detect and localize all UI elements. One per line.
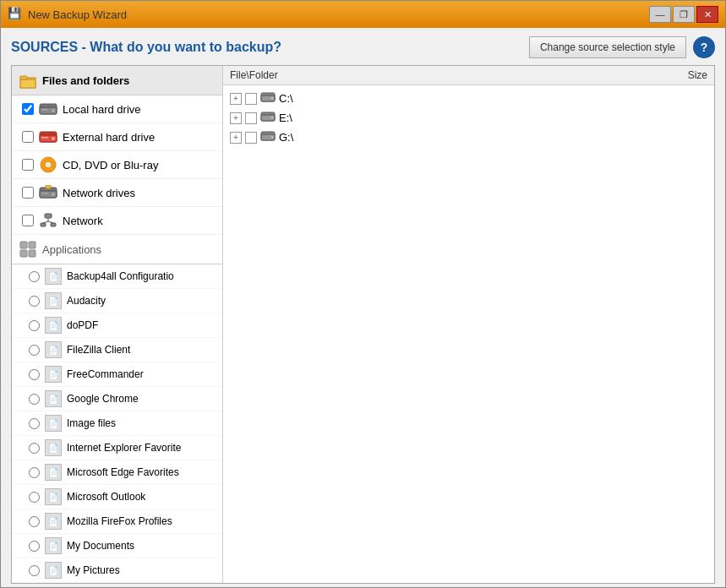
drive-c-label: C:\ [279,92,293,105]
expand-g-icon[interactable]: + [230,132,242,144]
svg-rect-19 [45,214,52,218]
source-cd-dvd[interactable]: CD, DVD or Blu-ray [12,151,222,179]
content-area: SOURCES - What do you want to backup? Ch… [1,28,725,588]
file-list[interactable]: + C:\ + [223,85,714,583]
app-filezilla[interactable]: 📄 FileZilla Client [12,338,222,362]
firefox-label: Mozilla FireFox Profiles [67,515,172,527]
header-row: SOURCES - What do you want to backup? Ch… [11,36,715,58]
svg-rect-17 [41,193,48,194]
dopdf-radio[interactable] [29,320,40,331]
edge-favs-radio[interactable] [29,467,40,478]
drive-e-checkbox[interactable] [245,112,257,124]
svg-line-24 [48,221,53,223]
filezilla-label: FileZilla Client [67,344,130,356]
app-chrome[interactable]: 📄 Google Chrome [12,387,222,411]
main-window: 💾 New Backup Wizard — ❐ ✕ SOURCES - What… [0,0,726,588]
cd-dvd-icon [39,155,57,174]
ie-favs-radio[interactable] [29,443,40,454]
drive-c-checkbox[interactable] [245,93,257,105]
firefox-radio[interactable] [29,516,40,527]
network-checkbox[interactable] [22,215,34,226]
title-bar: 💾 New Backup Wizard — ❐ ✕ [1,1,725,28]
source-network-drives[interactable]: Network drives [12,179,222,207]
svg-point-5 [52,109,55,112]
external-hdd-checkbox[interactable] [22,131,34,143]
svg-point-9 [52,137,55,140]
chrome-radio[interactable] [29,394,40,405]
app-audacity[interactable]: 📄 Audacity [12,289,222,313]
app-mypics[interactable]: 📄 My Pictures [12,558,222,583]
network-icon [39,211,57,230]
app-backup4all[interactable]: 📄 Backup4all Configuratio [12,264,222,289]
window-title: New Backup Wizard [28,8,127,21]
firefox-icon: 📄 [45,513,62,530]
freecommander-radio[interactable] [29,369,40,380]
mydocs-radio[interactable] [29,541,40,552]
source-network[interactable]: Network [12,207,222,235]
svg-point-34 [271,117,274,119]
applications-icon [19,240,37,259]
help-button[interactable]: ? [693,36,715,58]
imagefiles-icon: 📄 [45,415,62,432]
app-mydocs[interactable]: 📄 My Documents [12,534,222,558]
col-size-header: Size [657,69,707,81]
edge-favs-icon: 📄 [45,464,62,481]
filezilla-icon: 📄 [45,341,62,358]
left-panel: Files and folders [12,66,223,583]
cd-dvd-checkbox[interactable] [22,159,34,171]
network-drives-icon [39,183,57,202]
app-icon: 💾 [8,7,23,22]
svg-point-37 [271,136,274,139]
app-freecommander[interactable]: 📄 FreeCommander [12,362,222,387]
svg-rect-1 [20,79,35,88]
local-hdd-checkbox[interactable] [22,103,34,115]
app-outlook[interactable]: 📄 Microsoft Outlook [12,485,222,509]
files-folders-label: Files and folders [42,74,129,87]
backup4all-label: Backup4all Configuratio [67,270,174,282]
svg-rect-10 [41,137,48,139]
expand-c-icon[interactable]: + [230,93,242,105]
source-external-hdd[interactable]: External hard drive [12,123,222,151]
change-style-button[interactable]: Change source selection style [529,36,686,58]
filezilla-radio[interactable] [29,345,40,356]
chrome-label: Google Chrome [67,393,139,405]
outlook-radio[interactable] [29,492,40,503]
svg-rect-6 [41,109,48,111]
drive-e-icon [260,111,276,125]
close-button[interactable]: ✕ [696,6,718,23]
backup4all-radio[interactable] [29,271,40,282]
app-edge-favs[interactable]: 📄 Microsoft Edge Favorites [12,460,222,485]
restore-button[interactable]: ❐ [673,6,695,23]
left-scroll[interactable]: Files and folders [12,66,222,583]
outlook-icon: 📄 [45,488,62,505]
svg-point-16 [52,193,55,196]
expand-e-icon[interactable]: + [230,112,242,124]
app-imagefiles[interactable]: 📄 Image files [12,411,222,436]
chrome-icon: 📄 [45,390,62,407]
header-right: Change source selection style ? [529,36,715,58]
imagefiles-radio[interactable] [29,418,40,429]
drive-e[interactable]: + E:\ [223,108,714,128]
svg-point-31 [271,97,274,100]
drive-g[interactable]: + G:\ [223,128,714,147]
local-hdd-label: Local hard drive [63,103,141,116]
app-dopdf[interactable]: 📄 doPDF [12,313,222,338]
mypics-icon: 📄 [45,562,62,579]
audacity-radio[interactable] [29,296,40,307]
app-firefox[interactable]: 📄 Mozilla FireFox Profiles [12,509,222,534]
drive-g-checkbox[interactable] [245,132,257,144]
mypics-label: My Pictures [67,564,120,576]
network-drives-label: Network drives [63,187,135,199]
svg-point-13 [47,164,50,166]
app-ie-favs[interactable]: 📄 Internet Explorer Favorite [12,436,222,460]
network-label: Network [63,215,103,227]
outlook-label: Microsoft Outlook [67,491,145,503]
minimize-button[interactable]: — [649,6,671,23]
network-drives-checkbox[interactable] [22,187,34,199]
mypics-radio[interactable] [29,565,40,576]
svg-rect-21 [51,223,56,226]
source-local-hdd[interactable]: Local hard drive [12,95,222,123]
drive-c[interactable]: + C:\ [223,89,714,108]
drive-g-icon [260,130,276,144]
ie-favs-label: Internet Explorer Favorite [67,442,181,454]
